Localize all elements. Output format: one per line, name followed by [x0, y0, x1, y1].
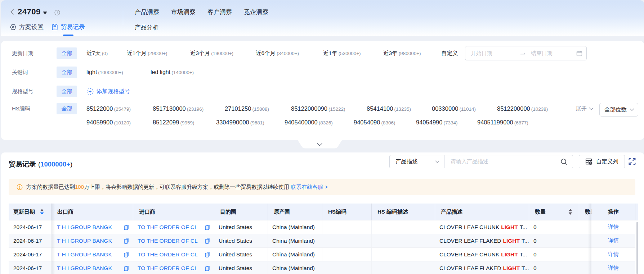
hs-code-option[interactable]: 85122099(9959) [153, 119, 194, 126]
gear-icon [10, 24, 17, 31]
label-text: 9405400000 [285, 119, 318, 125]
plan-id[interactable]: 24709 [18, 7, 41, 17]
hs-code-option[interactable]: 85122000(25479) [86, 105, 131, 112]
hs-digits-select[interactable]: 全部位数 [599, 103, 638, 117]
hs-code-option[interactable]: 94051199000(6877) [477, 119, 528, 126]
date-option-custom[interactable]: 自定义 [441, 50, 458, 57]
nav-market-insight[interactable]: 市场洞察 [171, 8, 196, 16]
product-search-input[interactable]: 请输入产品描述 [445, 158, 573, 165]
column-header-update-date[interactable]: 更新日期 [9, 204, 52, 220]
top-header: 24709 方案设置 贸易记录 产品洞察 市场洞察 客户洞察 竞企洞察 产品分析 [1, 0, 644, 36]
nav-product-insight[interactable]: 产品洞察 [135, 8, 159, 16]
detail-link[interactable]: 详情 [608, 224, 619, 230]
collapse-filter-handle[interactable] [298, 140, 342, 149]
exporter-link[interactable]: T H I GROUP BANGK [57, 238, 112, 244]
importer-link[interactable]: TO THE ORDER OF CL [138, 251, 198, 258]
date-option-1m[interactable]: 近1个月(29000+) [127, 50, 167, 57]
column-header-quantity[interactable]: 数量 [529, 204, 579, 220]
nav-competitor-insight[interactable]: 竞企洞察 [244, 8, 268, 16]
search-icon [560, 158, 568, 165]
hs-code-option[interactable]: 8517130000(23196) [153, 105, 204, 112]
filter-label-keywords: 关键词 [12, 69, 28, 76]
hs-code-option[interactable]: 94059900(10120) [86, 119, 131, 126]
detail-link[interactable]: 详情 [608, 265, 619, 271]
date-text: 2024-06-17 [13, 238, 42, 244]
link-text: 联系在线客服 [291, 184, 323, 190]
vertical-scrollbar[interactable] [636, 222, 638, 274]
detail-link[interactable]: 详情 [608, 237, 619, 244]
copy-icon[interactable] [124, 252, 129, 257]
sort-icon-update-date[interactable] [40, 209, 44, 215]
count-text: (8306) [381, 120, 395, 125]
copy-icon[interactable] [205, 252, 210, 257]
quota-alert-text: 方案的数据量已达到100万上限，将会影响数据的更新，可联系客服升级方案，或删除一… [26, 184, 328, 191]
cell-hs-code [322, 261, 372, 274]
exporter-link[interactable]: T H I GROUP BANGK [57, 251, 112, 258]
back-icon[interactable] [9, 8, 16, 15]
copy-icon[interactable] [205, 265, 210, 271]
hs-code-all-chip[interactable]: 全部 [57, 103, 77, 114]
hs-code-option[interactable]: 85414100(13235) [367, 105, 411, 112]
count-text: (140000+) [171, 70, 194, 75]
tab-plan-settings[interactable]: 方案设置 [10, 23, 44, 31]
search-field-select[interactable]: 产品描述 [390, 155, 445, 168]
subnav-product-analysis[interactable]: 产品分析 [135, 24, 158, 32]
spec-model-all-chip[interactable]: 全部 [57, 86, 77, 97]
keyword-option-led-light[interactable]: led light(140000+) [151, 69, 194, 76]
custom-columns-button[interactable]: 自定义列 [579, 155, 625, 168]
exporter-link[interactable]: T H I GROUP BANGK [57, 224, 112, 230]
cell-destination: United States [214, 220, 268, 234]
product-pre-text: CLOVER LEAF CHUNK [439, 251, 499, 258]
qty-text: 0 [533, 251, 537, 258]
importer-link[interactable]: TO THE ORDER OF CL [138, 265, 198, 271]
product-pre-text: CLOVER LEAF FLAKED [439, 265, 501, 271]
hs-code-option[interactable]: 8512200000(10238) [497, 105, 548, 112]
date-option-1y[interactable]: 近1年(530000+) [323, 50, 361, 57]
date-option-7d[interactable]: 近7天(0) [86, 50, 108, 57]
hs-code-option[interactable]: 9405400000(8326) [285, 119, 333, 126]
count-text: (6877) [514, 120, 528, 125]
tab-trade-records[interactable]: 贸易记录 [52, 23, 85, 31]
date-option-6m[interactable]: 近6个月(340000+) [256, 50, 299, 57]
hs-code-option[interactable]: 27101250(15808) [225, 105, 269, 112]
count-text: (0) [102, 51, 108, 56]
update-date-all-chip[interactable]: 全部 [57, 47, 77, 59]
destination-text: United States [219, 265, 252, 271]
sort-icon-quantity[interactable] [568, 209, 572, 215]
date-option-3m[interactable]: 近3个月(190000+) [190, 50, 233, 57]
importer-link[interactable]: TO THE ORDER OF CL [138, 238, 198, 244]
destination-text: United States [219, 251, 252, 258]
contact-support-link[interactable]: 联系在线客服 > [291, 184, 328, 190]
detail-link[interactable]: 详情 [608, 251, 619, 258]
cell-exporter: T H I GROUP BANGK [52, 220, 133, 234]
records-title: 贸易记录 (1000000+) [9, 160, 72, 169]
keywords-all-chip[interactable]: 全部 [57, 67, 77, 78]
destination-text: United States [219, 224, 252, 230]
nav-customer-insight[interactable]: 客户洞察 [207, 8, 232, 16]
cell-hs-desc [372, 234, 435, 247]
importer-link[interactable]: TO THE ORDER OF CL [138, 224, 198, 230]
info-icon[interactable] [54, 10, 60, 15]
hs-code-option[interactable]: 00330000(11014) [432, 105, 476, 112]
date-option-3y[interactable]: 近3年(980000+) [383, 50, 421, 57]
fullscreen-icon[interactable] [628, 157, 636, 166]
warning-circle-icon [17, 184, 23, 190]
date-range-input[interactable]: 开始日期 结束日期 [465, 46, 587, 60]
hs-code-option[interactable]: 85122000090(15222) [291, 105, 345, 112]
origin-text: China (Mainland) [272, 238, 315, 244]
copy-icon[interactable] [124, 224, 129, 230]
copy-icon[interactable] [205, 238, 210, 244]
copy-icon[interactable] [205, 224, 210, 230]
hs-code-option[interactable]: 94054090(8306) [354, 119, 395, 126]
add-spec-model-button[interactable]: 添加规格型号 [86, 88, 130, 95]
caret-down-icon[interactable] [43, 11, 48, 15]
hs-code-option[interactable]: 94054990(7334) [416, 119, 457, 126]
hs-code-option[interactable]: 3304990000(9681) [216, 119, 264, 126]
plus-dashed-circle-icon [86, 88, 94, 95]
exporter-link[interactable]: T H I GROUP BANGK [57, 265, 112, 271]
destination-text: United States [219, 238, 252, 244]
expand-toggle[interactable]: 展开 [576, 105, 594, 113]
copy-icon[interactable] [124, 265, 129, 271]
keyword-option-light[interactable]: light(1000000+) [86, 69, 123, 76]
copy-icon[interactable] [124, 238, 129, 244]
